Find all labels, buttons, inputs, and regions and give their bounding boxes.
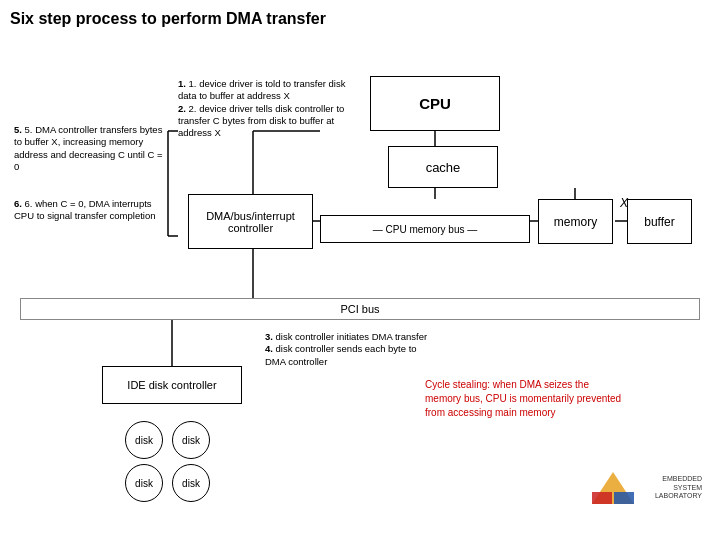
pci-bus: PCI bus xyxy=(20,298,700,320)
svg-rect-16 xyxy=(614,492,634,504)
step5-text: 5. 5. DMA controller transfers bytes to … xyxy=(14,124,169,173)
logo-graphic xyxy=(592,469,634,507)
step3-text: 3. disk controller initiates DMA transfe… xyxy=(265,331,430,368)
logo: EMBEDDED SYSTEM LABORATORY xyxy=(592,468,702,508)
buffer-box: buffer xyxy=(627,199,692,244)
cpu-box: CPU xyxy=(370,76,500,131)
svg-rect-15 xyxy=(592,492,612,504)
step6-text: 6. 6. when C = 0, DMA interrupts CPU to … xyxy=(14,198,169,223)
cpu-memory-bus: — CPU memory bus — xyxy=(320,215,530,243)
disk-2: disk xyxy=(172,421,210,459)
disk-4: disk xyxy=(172,464,210,502)
diagram-lines xyxy=(10,36,710,526)
disk-3: disk xyxy=(125,464,163,502)
logo-text: EMBEDDED SYSTEM LABORATORY xyxy=(638,475,702,500)
cycle-stealing-text: Cycle stealing: when DMA seizes the memo… xyxy=(425,378,625,420)
step1-text: 1. 1. device driver is told to transfer … xyxy=(178,78,353,140)
memory-box: memory xyxy=(538,199,613,244)
cache-box: cache xyxy=(388,146,498,188)
page-title: Six step process to perform DMA transfer xyxy=(10,10,710,28)
ide-controller-box: IDE disk controller xyxy=(102,366,242,404)
disk-1: disk xyxy=(125,421,163,459)
dma-controller-box: DMA/bus/interrupt controller xyxy=(188,194,313,249)
